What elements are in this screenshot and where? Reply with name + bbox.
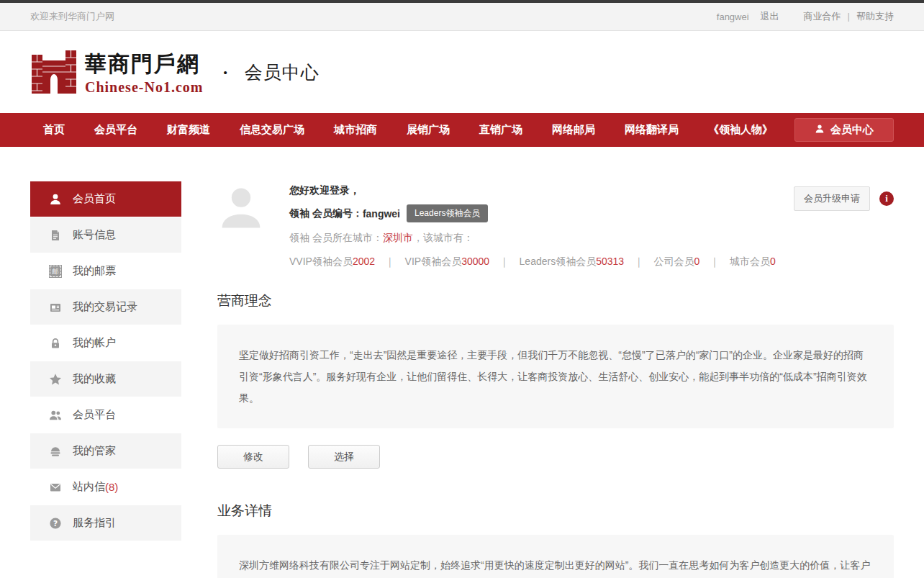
site-logo[interactable]: 華商門戶網 Chinese-No1.com: [30, 48, 203, 96]
sidebar-item-label: 站内信: [73, 480, 105, 494]
philosophy-body: 坚定做好招商引资工作，“走出去”固然是重要途径，主要手段，但我们千万不能忽视、“…: [217, 325, 894, 428]
topbar: 欢迎来到华商门户网 fangwei 退出 商业合作|帮助支持: [0, 3, 924, 31]
member-no-value: fangwei: [363, 208, 400, 220]
header-bullet: •: [223, 66, 227, 78]
page-title: 会员中心: [245, 60, 320, 84]
city-value[interactable]: 深圳市: [383, 232, 413, 243]
unread-count-badge: (8): [105, 481, 118, 493]
lock-icon: [49, 337, 62, 350]
sidebar-item-my-account[interactable]: 我的帐户: [30, 325, 181, 361]
sidebar-item-my-butler[interactable]: 我的管家: [30, 433, 181, 469]
select-button[interactable]: 选择: [308, 445, 380, 469]
help-icon: ?: [49, 517, 62, 530]
sidebar-item-service-guide[interactable]: ? 服务指引: [30, 505, 181, 541]
main-content: 您好欢迎登录， 领袖 会员编号：fangwei Leaders领袖会员 领袖 会…: [217, 181, 894, 578]
sidebar-item-label: 我的交易记录: [73, 300, 137, 314]
sidebar-item-label: 我的帐户: [73, 336, 116, 350]
stat-separator: ｜: [710, 256, 720, 267]
site-header: 華商門戶網 Chinese-No1.com • 会员中心: [0, 31, 924, 113]
nav-item-exhibition-plaza[interactable]: 展销广场: [407, 123, 450, 137]
username-link[interactable]: fangwei: [717, 12, 749, 22]
sidebar: 会员首页 账号信息 邮 我的邮票: [30, 181, 181, 578]
sidebar-item-member-home[interactable]: 会员首页: [30, 181, 181, 217]
sidebar-item-label: 我的收藏: [73, 372, 116, 386]
avatar: [217, 184, 265, 232]
sidebar-item-label: 会员平台: [73, 408, 116, 422]
stat-vvip: VVIP领袖会员2002: [289, 256, 375, 267]
newspaper-icon: [49, 301, 62, 314]
user-icon: [815, 124, 825, 136]
stat-city: 城市会员0: [730, 256, 776, 267]
member-center-button-label: 会员中心: [830, 123, 874, 137]
sidebar-item-label: 我的管家: [73, 444, 116, 458]
sidebar-item-label: 我的邮票: [73, 264, 116, 278]
edit-button[interactable]: 修改: [217, 445, 289, 469]
nav-item-wealth-channel[interactable]: 财富频道: [167, 123, 210, 137]
topbar-divider: |: [848, 11, 850, 22]
stat-separator: ｜: [634, 256, 644, 267]
business-section-title: 业务详情: [217, 502, 894, 520]
sidebar-item-label: 服务指引: [73, 516, 116, 530]
sidebar-item-member-platform[interactable]: 会员平台: [30, 397, 181, 433]
membership-level-badge: Leaders领袖会员: [407, 204, 488, 222]
member-center-button[interactable]: 会员中心: [794, 118, 894, 142]
welcome-text: 欢迎来到华商门户网: [30, 10, 114, 23]
city-label: 领袖 会员所在城市：: [289, 232, 383, 243]
stat-company: 公司会员0: [654, 256, 700, 267]
member-no-label: 领袖 会员编号：: [289, 207, 363, 220]
member-stats-row: VVIP领袖会员2002 ｜ VIP领袖会员30000 ｜ Leaders领袖会…: [289, 256, 794, 268]
help-support-link[interactable]: 帮助支持: [856, 11, 894, 22]
sidebar-item-account-info[interactable]: 账号信息: [30, 217, 181, 253]
svg-text:?: ?: [53, 518, 58, 527]
profile-summary: 您好欢迎登录， 领袖 会员编号：fangwei Leaders领袖会员 领袖 会…: [217, 181, 894, 268]
business-body: 深圳方维网络科技有限公司专注于网站定制，始终追求“用更快的速度定制出更好的网站”…: [217, 535, 894, 578]
greeting-text: 您好欢迎登录，: [289, 181, 794, 197]
star-icon: [49, 373, 62, 386]
stat-vip: VIP领袖会员30000: [405, 256, 490, 267]
butler-dome-icon: [49, 445, 62, 458]
main-navbar: 首页 会员平台 财富频道 信息交易广场 城市招商 展销广场 直销广场 网络邮局 …: [0, 113, 924, 147]
stat-separator: ｜: [499, 256, 509, 267]
sidebar-item-favorites[interactable]: 我的收藏: [30, 361, 181, 397]
sidebar-item-my-stamps[interactable]: 邮 我的邮票: [30, 253, 181, 289]
sidebar-item-label: 账号信息: [73, 228, 116, 242]
nav-item-member-platform[interactable]: 会员平台: [94, 123, 137, 137]
nav-item-web-post[interactable]: 网络邮局: [552, 123, 595, 137]
nav-item-direct-sales-plaza[interactable]: 直销广场: [479, 123, 522, 137]
logo-domain-text: Chinese-No1.com: [85, 80, 203, 94]
document-icon: [49, 229, 62, 242]
stamp-icon: 邮: [49, 265, 62, 278]
nav-item-web-translation[interactable]: 网络翻译局: [625, 123, 679, 137]
sidebar-item-site-mail[interactable]: 站内信(8): [30, 469, 181, 505]
nav-item-city-investment[interactable]: 城市招商: [334, 123, 377, 137]
logo-chinese-text: 華商門戶網: [85, 50, 203, 79]
stat-leaders: Leaders领袖会员50313: [520, 256, 625, 267]
sidebar-item-label: 会员首页: [73, 192, 116, 206]
mail-icon: [49, 481, 62, 494]
nav-item-leaders[interactable]: 《领袖人物》: [708, 123, 773, 137]
users-icon: [49, 409, 62, 422]
stat-separator: ｜: [385, 256, 395, 267]
gate-logo-icon: [30, 48, 78, 96]
business-coop-link[interactable]: 商业合作: [804, 11, 841, 22]
logout-link[interactable]: 退出: [761, 10, 779, 23]
member-upgrade-button[interactable]: 会员升级申请: [794, 186, 870, 211]
nav-item-info-trade-plaza[interactable]: 信息交易广场: [240, 123, 304, 137]
sidebar-item-transactions[interactable]: 我的交易记录: [30, 289, 181, 325]
user-icon: [49, 193, 62, 206]
info-icon[interactable]: i: [879, 191, 894, 206]
nav-item-home[interactable]: 首页: [43, 123, 65, 137]
philosophy-section-title: 营商理念: [217, 292, 894, 310]
city-tail: ，该城市有：: [413, 232, 474, 243]
